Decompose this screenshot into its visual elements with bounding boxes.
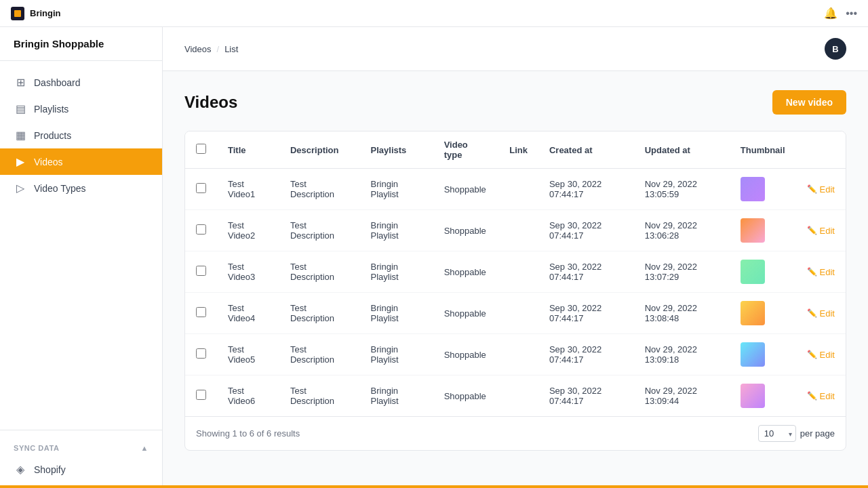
row-checkbox-cell [185, 375, 217, 417]
app-brand: Bringin [11, 7, 61, 20]
row-updated-at: Nov 29, 2022 13:06:28 [634, 210, 730, 251]
col-link: Link [498, 131, 538, 169]
row-description: Test Description [279, 169, 360, 210]
shopify-icon: ◈ [14, 463, 27, 476]
sidebar-item-playlists[interactable]: ▤ Playlists [0, 96, 162, 122]
sidebar-item-dashboard[interactable]: ⊞ Dashboard [0, 69, 162, 96]
sidebar-item-label: Videos [34, 157, 63, 167]
row-updated-at: Nov 29, 2022 13:09:18 [634, 334, 730, 375]
edit-button[interactable]: ✏️ Edit [807, 267, 835, 277]
edit-button[interactable]: ✏️ Edit [807, 391, 835, 401]
row-checkbox-cell [185, 169, 217, 210]
row-playlist: Bringin Playlist [360, 334, 433, 375]
per-page-select-wrapper: 102550100 [758, 425, 796, 442]
col-title: Title [217, 131, 279, 169]
edit-button[interactable]: ✏️ Edit [807, 350, 835, 360]
thumbnail-image [741, 218, 765, 243]
user-avatar[interactable]: B [825, 38, 846, 60]
row-thumbnail [730, 334, 796, 375]
edit-icon: ✏️ [807, 350, 817, 359]
edit-button[interactable]: ✏️ Edit [807, 184, 835, 195]
videos-table: Title Description Playlists Video type L… [185, 131, 846, 416]
per-page-select[interactable]: 102550100 [758, 425, 796, 442]
row-link [498, 334, 538, 375]
row-thumbnail [730, 375, 796, 417]
row-video-type: Shoppable [433, 169, 499, 210]
showing-text: Showing 1 to 6 of 6 results [196, 428, 300, 439]
row-created-at: Sep 30, 2022 07:44:17 [538, 293, 634, 334]
row-created-at: Sep 30, 2022 07:44:17 [538, 169, 634, 210]
row-playlist: Bringin Playlist [360, 293, 433, 334]
page-header: Videos New video [184, 90, 846, 115]
row-link [498, 251, 538, 293]
main-content: Videos / List B Videos New video [163, 27, 868, 488]
page-content: Videos New video Title Description Playl… [163, 71, 868, 470]
row-description: Test Description [279, 375, 360, 417]
row-link [498, 375, 538, 417]
table-row: Test Video5 Test Description Bringin Pla… [185, 334, 846, 375]
table-row: Test Video4 Test Description Bringin Pla… [185, 293, 846, 334]
row-thumbnail [730, 251, 796, 293]
more-icon[interactable]: ••• [846, 7, 857, 20]
per-page-label: per page [800, 428, 835, 439]
row-video-type: Shoppable [433, 334, 499, 375]
new-video-button[interactable]: New video [772, 90, 846, 115]
edit-icon: ✏️ [807, 267, 817, 277]
sidebar-item-videos[interactable]: ▶ Videos [0, 148, 162, 175]
row-title: Test Video2 [217, 210, 279, 251]
videos-icon: ▶ [14, 155, 27, 168]
top-bar-actions: 🔔 ••• [824, 7, 857, 20]
sidebar-item-products[interactable]: ▦ Products [0, 122, 162, 148]
row-checkbox[interactable] [196, 390, 206, 400]
row-checkbox[interactable] [196, 348, 206, 359]
table-row: Test Video1 Test Description Bringin Pla… [185, 169, 846, 210]
row-created-at: Sep 30, 2022 07:44:17 [538, 210, 634, 251]
row-playlist: Bringin Playlist [360, 169, 433, 210]
edit-icon: ✏️ [807, 226, 817, 235]
row-link [498, 293, 538, 334]
sync-section-header: SYNC DATA ▲ [0, 436, 162, 456]
row-checkbox[interactable] [196, 307, 206, 317]
breadcrumb-current: List [224, 44, 238, 54]
row-link [498, 210, 538, 251]
bottom-accent-bar [0, 485, 868, 488]
videos-table-card: Title Description Playlists Video type L… [184, 131, 846, 451]
row-actions: ✏️ Edit [796, 169, 846, 210]
edit-button[interactable]: ✏️ Edit [807, 226, 835, 236]
notification-icon[interactable]: 🔔 [824, 7, 837, 20]
thumbnail-image [741, 384, 765, 408]
row-video-type: Shoppable [433, 251, 499, 293]
row-playlist: Bringin Playlist [360, 375, 433, 417]
row-video-type: Shoppable [433, 293, 499, 334]
col-created-at: Created at [538, 131, 634, 169]
row-video-type: Shoppable [433, 210, 499, 251]
edit-button[interactable]: ✏️ Edit [807, 308, 835, 319]
select-all-header [185, 131, 217, 169]
row-actions: ✏️ Edit [796, 375, 846, 417]
row-checkbox[interactable] [196, 183, 206, 193]
edit-icon: ✏️ [807, 391, 817, 401]
sidebar-item-shopify[interactable]: ◈ Shopify [0, 456, 162, 483]
table-row: Test Video2 Test Description Bringin Pla… [185, 210, 846, 251]
col-description: Description [279, 131, 360, 169]
video-types-icon: ▷ [14, 182, 27, 195]
table-row: Test Video3 Test Description Bringin Pla… [185, 251, 846, 293]
select-all-checkbox[interactable] [196, 144, 206, 154]
row-playlist: Bringin Playlist [360, 210, 433, 251]
sidebar: Bringin Shoppable ⊞ Dashboard ▤ Playlist… [0, 27, 163, 488]
row-video-type: Shoppable [433, 375, 499, 417]
row-updated-at: Nov 29, 2022 13:09:44 [634, 375, 730, 417]
row-updated-at: Nov 29, 2022 13:07:29 [634, 251, 730, 293]
row-created-at: Sep 30, 2022 07:44:17 [538, 251, 634, 293]
row-actions: ✏️ Edit [796, 210, 846, 251]
sidebar-nav: ⊞ Dashboard ▤ Playlists ▦ Products ▶ Vid… [0, 61, 162, 430]
app-logo [11, 7, 24, 20]
breadcrumb-parent[interactable]: Videos [184, 44, 212, 54]
row-checkbox[interactable] [196, 266, 206, 276]
chevron-up-icon: ▲ [141, 444, 149, 452]
sidebar-sync-section: SYNC DATA ▲ ◈ Shopify [0, 430, 162, 488]
row-checkbox[interactable] [196, 224, 206, 235]
row-title: Test Video6 [217, 375, 279, 417]
sidebar-item-video-types[interactable]: ▷ Video Types [0, 175, 162, 201]
row-thumbnail [730, 210, 796, 251]
